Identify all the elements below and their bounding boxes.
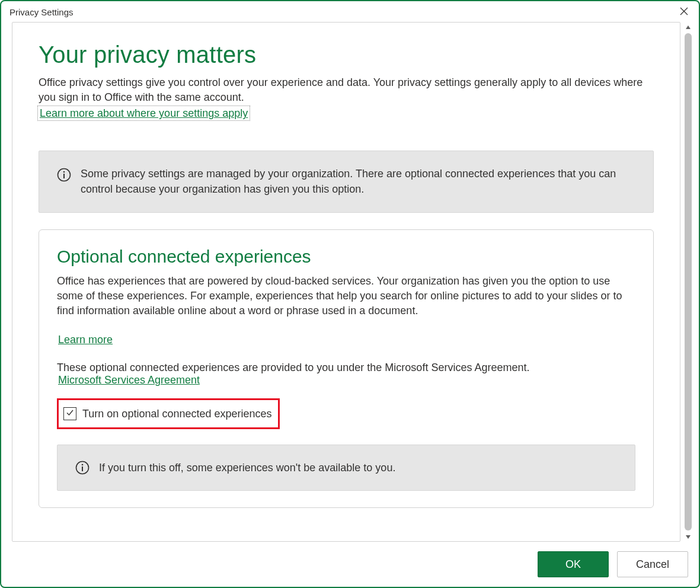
intro-text: Office privacy settings give you control… <box>39 75 654 105</box>
titlebar: Privacy Settings <box>1 1 699 22</box>
svg-marker-9 <box>686 535 691 539</box>
scroll-up-arrow-icon[interactable] <box>683 22 693 32</box>
checkmark-icon <box>66 408 74 419</box>
off-notice-text: If you turn this off, some experiences w… <box>99 462 395 474</box>
svg-point-4 <box>63 171 65 173</box>
cancel-button[interactable]: Cancel <box>617 551 688 577</box>
dialog-footer: OK Cancel <box>1 542 699 587</box>
card-body: Office has experiences that are powered … <box>57 274 635 319</box>
provided-under-text: These optional connected experiences are… <box>57 362 635 374</box>
svg-point-7 <box>82 464 84 466</box>
learn-more-link[interactable]: Learn more <box>58 334 113 346</box>
close-button[interactable] <box>677 5 691 20</box>
dialog-title: Privacy Settings <box>9 7 73 17</box>
card-heading: Optional connected experiences <box>57 247 635 267</box>
vertical-scrollbar[interactable] <box>683 22 693 542</box>
optional-connected-card: Optional connected experiences Office ha… <box>39 229 654 509</box>
msa-link[interactable]: Microsoft Services Agreement <box>58 374 200 386</box>
org-notice-text: Some privacy settings are managed by you… <box>81 167 635 196</box>
off-warning-notice: If you turn this off, some experiences w… <box>57 445 635 491</box>
scroll-thumb[interactable] <box>685 33 692 531</box>
svg-marker-8 <box>686 25 691 29</box>
main-heading: Your privacy matters <box>39 41 654 68</box>
scroll-down-arrow-icon[interactable] <box>683 532 693 542</box>
svg-rect-6 <box>82 466 83 471</box>
learn-more-settings-link[interactable]: Learn more about where your settings app… <box>39 107 249 120</box>
turn-on-checkbox-row: Turn on optional connected experiences <box>57 398 280 429</box>
ok-button[interactable]: OK <box>538 551 609 577</box>
org-managed-notice: Some privacy settings are managed by you… <box>39 151 654 212</box>
info-icon <box>75 461 90 475</box>
svg-rect-3 <box>63 174 65 178</box>
info-icon <box>57 168 71 182</box>
content-frame: Your privacy matters Office privacy sett… <box>12 22 680 542</box>
dialog-body: Your privacy matters Office privacy sett… <box>1 22 699 542</box>
privacy-settings-dialog: Privacy Settings Your privacy matters Of… <box>0 0 700 588</box>
close-icon <box>680 7 688 17</box>
checkbox-label: Turn on optional connected experiences <box>82 408 272 420</box>
turn-on-checkbox[interactable] <box>63 407 76 420</box>
